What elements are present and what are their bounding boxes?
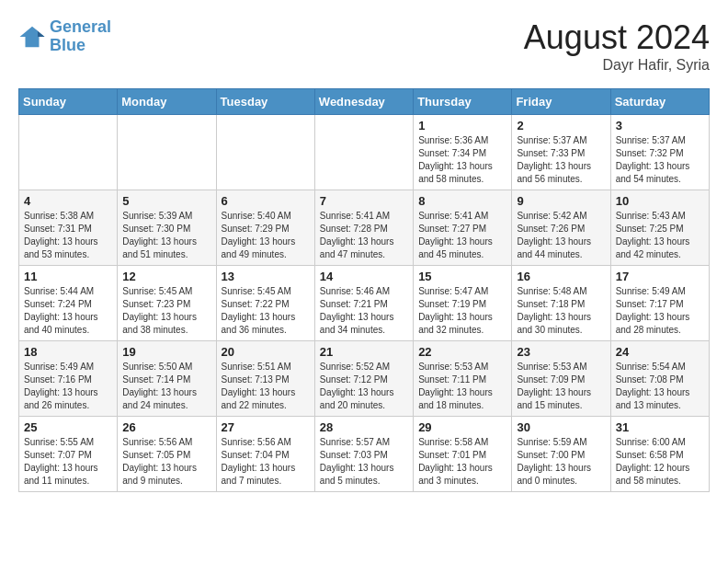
title-block: August 2024 Dayr Hafir, Syria [524,18,710,74]
day-number: 1 [418,119,506,132]
day-info: Sunrise: 5:40 AM Sunset: 7:29 PM Dayligh… [222,210,310,261]
page: General Blue August 2024 Dayr Hafir, Syr… [0,0,728,501]
day-number: 6 [222,194,310,208]
day-number: 16 [517,270,605,283]
table-cell: 28Sunrise: 5:57 AM Sunset: 7:03 PM Dayli… [314,417,413,492]
day-info: Sunrise: 5:57 AM Sunset: 7:03 PM Dayligh… [320,436,408,488]
table-cell: 21Sunrise: 5:52 AM Sunset: 7:12 PM Dayli… [314,341,413,417]
header: General Blue August 2024 Dayr Hafir, Syr… [18,18,710,74]
table-cell: 3Sunrise: 5:37 AM Sunset: 7:32 PM Daylig… [610,115,709,190]
table-cell: 1Sunrise: 5:36 AM Sunset: 7:34 PM Daylig… [414,115,512,190]
main-title: August 2024 [524,18,710,57]
week-row: 25Sunrise: 5:55 AM Sunset: 7:07 PM Dayli… [19,417,710,492]
day-info: Sunrise: 5:45 AM Sunset: 7:23 PM Dayligh… [122,285,210,337]
table-cell [314,115,413,190]
subtitle: Dayr Hafir, Syria [524,57,710,74]
day-info: Sunrise: 6:00 AM Sunset: 6:58 PM Dayligh… [616,436,704,488]
calendar-body: 1Sunrise: 5:36 AM Sunset: 7:34 PM Daylig… [19,115,710,492]
day-number: 5 [122,194,210,208]
day-info: Sunrise: 5:53 AM Sunset: 7:09 PM Dayligh… [517,361,605,412]
week-row: 1Sunrise: 5:36 AM Sunset: 7:34 PM Daylig… [19,115,710,190]
weekday-row: Sunday Monday Tuesday Wednesday Thursday… [19,89,710,115]
day-info: Sunrise: 5:55 AM Sunset: 7:07 PM Dayligh… [24,436,112,488]
day-number: 29 [418,420,506,434]
day-number: 23 [517,345,605,359]
table-cell: 7Sunrise: 5:41 AM Sunset: 7:28 PM Daylig… [314,190,413,266]
logo-text: General Blue [50,18,111,55]
day-number: 31 [616,420,704,434]
day-number: 4 [24,194,112,208]
day-info: Sunrise: 5:46 AM Sunset: 7:21 PM Dayligh… [320,285,408,337]
day-number: 15 [418,270,506,283]
table-cell: 26Sunrise: 5:56 AM Sunset: 7:05 PM Dayli… [118,417,216,492]
day-number: 13 [222,270,310,283]
table-cell: 10Sunrise: 5:43 AM Sunset: 7:25 PM Dayli… [610,190,709,266]
day-info: Sunrise: 5:59 AM Sunset: 7:00 PM Dayligh… [517,436,605,488]
table-cell: 6Sunrise: 5:40 AM Sunset: 7:29 PM Daylig… [216,190,314,266]
day-number: 9 [517,194,605,208]
table-cell [216,115,314,190]
day-info: Sunrise: 5:37 AM Sunset: 7:32 PM Dayligh… [616,134,704,186]
day-number: 19 [122,345,210,359]
col-thursday: Thursday [414,89,512,115]
day-info: Sunrise: 5:43 AM Sunset: 7:25 PM Dayligh… [616,210,704,261]
day-number: 28 [320,420,408,434]
col-tuesday: Tuesday [216,89,314,115]
week-row: 11Sunrise: 5:44 AM Sunset: 7:24 PM Dayli… [19,266,710,341]
day-number: 11 [24,270,112,283]
table-cell: 11Sunrise: 5:44 AM Sunset: 7:24 PM Dayli… [19,266,118,341]
table-cell: 14Sunrise: 5:46 AM Sunset: 7:21 PM Dayli… [314,266,413,341]
day-info: Sunrise: 5:47 AM Sunset: 7:19 PM Dayligh… [418,285,506,337]
day-info: Sunrise: 5:52 AM Sunset: 7:12 PM Dayligh… [320,361,408,412]
table-cell: 2Sunrise: 5:37 AM Sunset: 7:33 PM Daylig… [512,115,610,190]
day-info: Sunrise: 5:49 AM Sunset: 7:17 PM Dayligh… [616,285,704,337]
table-cell: 18Sunrise: 5:49 AM Sunset: 7:16 PM Dayli… [19,341,118,417]
day-info: Sunrise: 5:48 AM Sunset: 7:18 PM Dayligh… [517,285,605,337]
day-info: Sunrise: 5:50 AM Sunset: 7:14 PM Dayligh… [122,361,210,412]
day-number: 12 [122,270,210,283]
table-cell: 8Sunrise: 5:41 AM Sunset: 7:27 PM Daylig… [414,190,512,266]
day-info: Sunrise: 5:36 AM Sunset: 7:34 PM Dayligh… [418,134,506,186]
day-number: 27 [222,420,310,434]
table-cell: 24Sunrise: 5:54 AM Sunset: 7:08 PM Dayli… [610,341,709,417]
day-number: 20 [222,345,310,359]
calendar-header: Sunday Monday Tuesday Wednesday Thursday… [19,89,710,115]
day-number: 18 [24,345,112,359]
logo-general: General [50,17,111,36]
col-wednesday: Wednesday [314,89,413,115]
day-number: 22 [418,345,506,359]
table-cell: 15Sunrise: 5:47 AM Sunset: 7:19 PM Dayli… [414,266,512,341]
week-row: 18Sunrise: 5:49 AM Sunset: 7:16 PM Dayli… [19,341,710,417]
day-number: 25 [24,420,112,434]
col-saturday: Saturday [610,89,709,115]
table-cell: 19Sunrise: 5:50 AM Sunset: 7:14 PM Dayli… [118,341,216,417]
day-number: 26 [122,420,210,434]
day-number: 30 [517,420,605,434]
table-cell: 17Sunrise: 5:49 AM Sunset: 7:17 PM Dayli… [610,266,709,341]
table-cell: 30Sunrise: 5:59 AM Sunset: 7:00 PM Dayli… [512,417,610,492]
table-cell: 25Sunrise: 5:55 AM Sunset: 7:07 PM Dayli… [19,417,118,492]
day-number: 10 [616,194,704,208]
day-info: Sunrise: 5:56 AM Sunset: 7:04 PM Dayligh… [222,436,310,488]
day-info: Sunrise: 5:54 AM Sunset: 7:08 PM Dayligh… [616,361,704,412]
col-friday: Friday [512,89,610,115]
col-monday: Monday [118,89,216,115]
col-sunday: Sunday [19,89,118,115]
table-cell: 23Sunrise: 5:53 AM Sunset: 7:09 PM Dayli… [512,341,610,417]
day-info: Sunrise: 5:49 AM Sunset: 7:16 PM Dayligh… [24,361,112,412]
table-cell: 27Sunrise: 5:56 AM Sunset: 7:04 PM Dayli… [216,417,314,492]
table-cell: 4Sunrise: 5:38 AM Sunset: 7:31 PM Daylig… [19,190,118,266]
day-number: 8 [418,194,506,208]
logo-icon [18,23,46,51]
day-info: Sunrise: 5:44 AM Sunset: 7:24 PM Dayligh… [24,285,112,337]
day-info: Sunrise: 5:41 AM Sunset: 7:27 PM Dayligh… [418,210,506,261]
day-info: Sunrise: 5:51 AM Sunset: 7:13 PM Dayligh… [222,361,310,412]
table-cell: 20Sunrise: 5:51 AM Sunset: 7:13 PM Dayli… [216,341,314,417]
table-cell: 12Sunrise: 5:45 AM Sunset: 7:23 PM Dayli… [118,266,216,341]
day-number: 17 [616,270,704,283]
logo: General Blue [18,18,111,55]
table-cell: 29Sunrise: 5:58 AM Sunset: 7:01 PM Dayli… [414,417,512,492]
day-number: 21 [320,345,408,359]
day-number: 7 [320,194,408,208]
day-info: Sunrise: 5:37 AM Sunset: 7:33 PM Dayligh… [517,134,605,186]
